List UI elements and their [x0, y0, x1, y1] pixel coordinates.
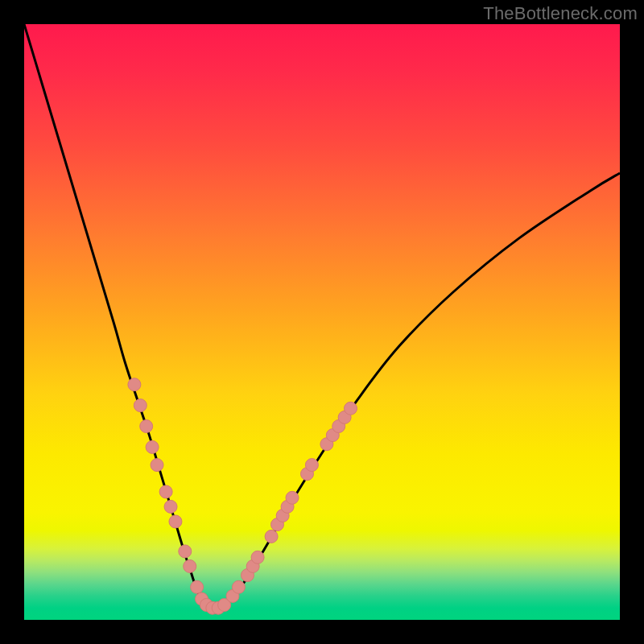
data-marker [179, 545, 192, 558]
data-marker [286, 491, 299, 504]
data-marker [345, 402, 357, 415]
data-marker [232, 580, 245, 593]
data-marker [146, 440, 159, 453]
data-marker [164, 500, 177, 513]
data-marker [184, 559, 196, 572]
chart-frame: TheBottleneck.com [0, 0, 644, 644]
data-marker [265, 530, 278, 543]
data-marker [134, 399, 147, 412]
data-marker [251, 551, 264, 564]
data-marker [151, 459, 163, 472]
data-marker [159, 485, 172, 498]
data-marker [191, 580, 204, 593]
data-marker [128, 378, 141, 391]
chart-svg [24, 24, 620, 620]
bottleneck-curve [24, 24, 620, 609]
data-marker [305, 459, 318, 472]
watermark-text: TheBottleneck.com [483, 3, 638, 24]
plot-area [24, 24, 620, 620]
data-marker [169, 515, 182, 528]
marker-group [128, 378, 357, 615]
data-marker [140, 420, 153, 433]
